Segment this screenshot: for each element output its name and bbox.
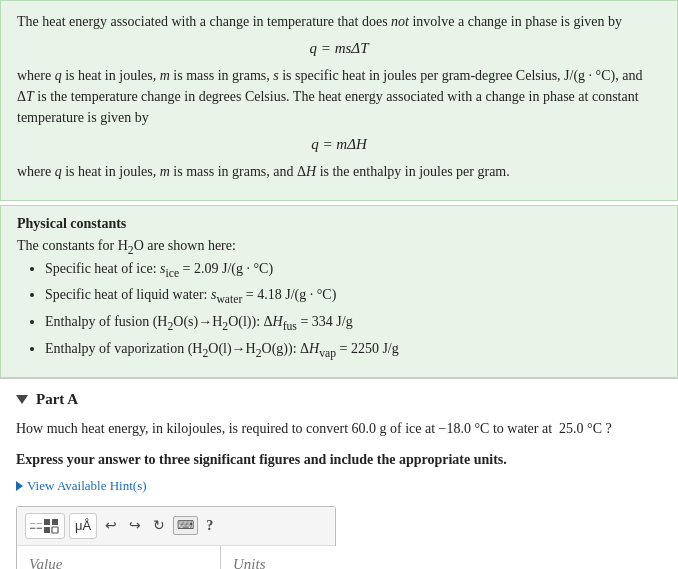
- list-item: Specific heat of ice: sice = 2.09 J/(g ·…: [45, 257, 661, 284]
- hint-link[interactable]: View Available Hint(s): [16, 478, 662, 494]
- part-a-section: Part A How much heat energy, in kilojoul…: [0, 378, 678, 569]
- mu-button[interactable]: μÅ: [69, 513, 97, 539]
- physical-constants-intro: The constants for H2O are shown here:: [17, 238, 661, 257]
- value-input[interactable]: [17, 546, 221, 569]
- hint-triangle-icon: [16, 481, 23, 491]
- keyboard-button[interactable]: ⌨: [173, 516, 198, 535]
- list-item: Enthalpy of vaporization (H2O(l)→H2O(g))…: [45, 337, 661, 364]
- input-row: [17, 546, 335, 569]
- express-instruction: Express your answer to three significant…: [16, 449, 662, 470]
- answer-box: μÅ ↩ ↪ ↻ ⌨ ?: [16, 506, 336, 569]
- redo-button[interactable]: ↪: [125, 515, 145, 536]
- help-button[interactable]: ?: [202, 516, 217, 536]
- formula2: q = mΔH: [17, 136, 661, 153]
- intro-section: The heat energy associated with a change…: [0, 0, 678, 201]
- fraction-button[interactable]: [25, 513, 65, 539]
- intro-paragraph3: where q is heat in joules, m is mass in …: [17, 161, 661, 182]
- list-item: Enthalpy of fusion (H2O(s)→H2O(l)): ΔHfu…: [45, 310, 661, 337]
- answer-toolbar: μÅ ↩ ↪ ↻ ⌨ ?: [17, 507, 335, 546]
- list-item: Specific heat of liquid water: swater = …: [45, 283, 661, 310]
- part-a-header: Part A: [16, 391, 662, 408]
- intro-paragraph1: The heat energy associated with a change…: [17, 11, 661, 32]
- svg-rect-2: [44, 527, 50, 533]
- collapse-triangle-icon[interactable]: [16, 395, 28, 404]
- physical-constants-section: Physical constants The constants for H2O…: [0, 205, 678, 378]
- hint-label: View Available Hint(s): [27, 478, 147, 494]
- intro-paragraph2: where q is heat in joules, m is mass in …: [17, 65, 661, 128]
- undo-button[interactable]: ↩: [101, 515, 121, 536]
- units-input[interactable]: [221, 546, 424, 569]
- question-text: How much heat energy, in kilojoules, is …: [16, 418, 662, 440]
- formula1: q = msΔT: [17, 40, 661, 57]
- part-a-title: Part A: [36, 391, 78, 408]
- svg-rect-3: [52, 527, 58, 533]
- physical-constants-title: Physical constants: [17, 216, 661, 232]
- svg-rect-1: [52, 519, 58, 525]
- svg-rect-0: [44, 519, 50, 525]
- mu-label: μÅ: [75, 518, 91, 533]
- constants-list: Specific heat of ice: sice = 2.09 J/(g ·…: [17, 257, 661, 364]
- reset-button[interactable]: ↻: [149, 515, 169, 536]
